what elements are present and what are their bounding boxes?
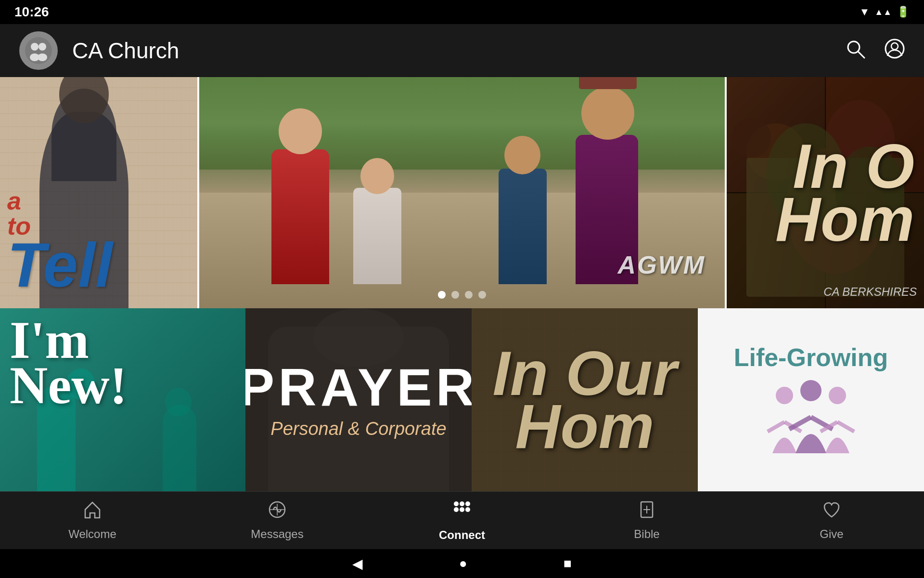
account-icon[interactable] (885, 39, 905, 63)
svg-line-6 (858, 52, 864, 58)
app-title: CA Church (72, 38, 845, 64)
svg-point-21 (454, 507, 459, 512)
main-content: a to Tell AGWM (0, 77, 924, 491)
grid-cell-prayer[interactable]: PRAYER Personal & Corporate (245, 308, 472, 491)
wifi-icon: ▼ (860, 6, 870, 18)
banner-center[interactable]: AGWM (197, 77, 727, 308)
svg-point-4 (38, 53, 47, 61)
grid-cell-new[interactable]: I'mNew! (0, 308, 245, 491)
svg-point-12 (800, 380, 821, 401)
nav-welcome[interactable]: Welcome (0, 500, 185, 541)
home-button[interactable]: ● (459, 556, 467, 571)
banner-right-text: In OHom (775, 140, 914, 246)
back-button[interactable]: ◀ (352, 556, 363, 572)
status-icons: ▼ ▲▲ 🔋 (860, 6, 910, 18)
grid-cell-in-our[interactable]: In OurHom (472, 308, 698, 491)
svg-point-23 (465, 507, 470, 512)
messages-label: Messages (251, 527, 303, 541)
app-logo[interactable] (19, 31, 58, 70)
svg-point-15 (829, 387, 846, 404)
nav-messages[interactable]: Messages (185, 500, 370, 541)
nav-give[interactable]: Give (739, 500, 924, 541)
bottom-grid: I'mNew! PRAYER Personal & Corporate In O… (0, 308, 924, 491)
bible-label: Bible (634, 527, 659, 541)
carousel-dots (438, 291, 486, 299)
banner-right[interactable]: In OHom CA BERKSHIRES (727, 77, 924, 308)
app-bar: CA Church (0, 24, 924, 77)
connect-icon (451, 499, 473, 525)
messages-icon (268, 500, 287, 524)
new-text: I'mNew! (10, 318, 236, 408)
svg-point-25 (460, 501, 464, 506)
svg-line-10 (768, 422, 784, 432)
dot-1[interactable] (438, 291, 446, 299)
svg-line-13 (789, 417, 811, 429)
welcome-icon (83, 500, 102, 524)
banner-left[interactable]: a to Tell (0, 77, 197, 308)
svg-point-22 (460, 507, 464, 512)
signal-icon: ▲▲ (874, 7, 892, 17)
nav-bible[interactable]: Bible (554, 500, 739, 541)
svg-point-9 (776, 387, 793, 404)
give-icon (822, 500, 841, 524)
bible-icon (637, 500, 656, 524)
dot-3[interactable] (465, 291, 473, 299)
svg-point-24 (454, 501, 459, 506)
give-label: Give (820, 527, 843, 541)
status-time: 10:26 (14, 4, 49, 20)
recents-button[interactable]: ■ (564, 556, 572, 571)
svg-point-1 (31, 43, 38, 51)
top-banner: a to Tell AGWM (0, 77, 924, 308)
dot-4[interactable] (478, 291, 486, 299)
grid-cell-life-growing[interactable]: Life-Growing (698, 308, 924, 491)
system-nav: ◀ ● ■ (0, 549, 924, 578)
battery-icon: 🔋 (897, 6, 910, 18)
life-growing-icon (758, 379, 864, 456)
svg-point-0 (25, 37, 52, 64)
dot-2[interactable] (451, 291, 459, 299)
svg-point-2 (38, 43, 46, 51)
search-icon[interactable] (845, 39, 865, 63)
connect-label: Connect (439, 528, 485, 542)
logo-svg (24, 36, 53, 65)
welcome-label: Welcome (68, 527, 116, 541)
agwm-watermark: AGWM (618, 250, 706, 279)
prayer-title: PRAYER (245, 361, 472, 414)
svg-line-17 (837, 422, 854, 432)
banner-left-text: Tell (7, 238, 190, 292)
in-our-text: In OurHom (493, 347, 677, 453)
bottom-nav: Welcome Messages Connect (0, 491, 924, 549)
life-growing-title: Life-Growing (734, 344, 888, 371)
status-bar: 10:26 ▼ ▲▲ 🔋 (0, 0, 924, 24)
banner-right-subtitle: CA BERKSHIRES (823, 285, 917, 299)
nav-connect[interactable]: Connect (370, 499, 554, 542)
svg-point-26 (465, 501, 470, 506)
app-bar-actions (845, 39, 905, 63)
prayer-subtitle: Personal & Corporate (270, 419, 446, 439)
svg-point-8 (891, 43, 898, 50)
